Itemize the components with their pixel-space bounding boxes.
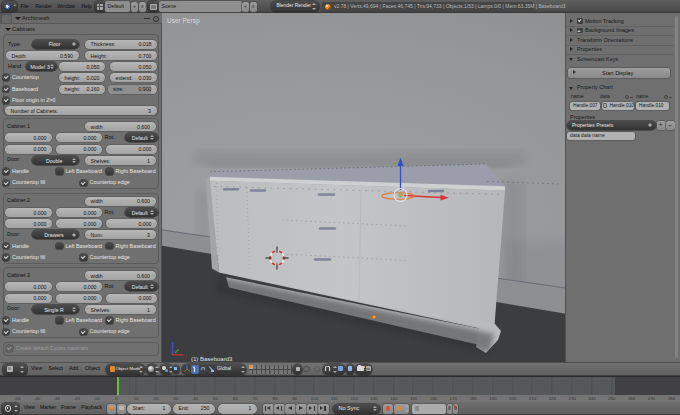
svg-text:User Persp: User Persp	[167, 17, 200, 25]
